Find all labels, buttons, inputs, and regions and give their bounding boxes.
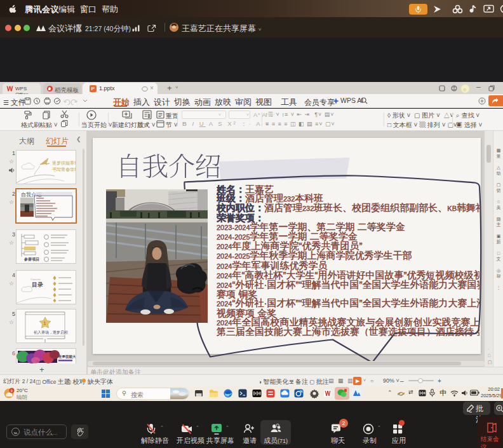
svg-text:9: 9 [11, 389, 13, 393]
svg-text:+: + [82, 427, 84, 430]
